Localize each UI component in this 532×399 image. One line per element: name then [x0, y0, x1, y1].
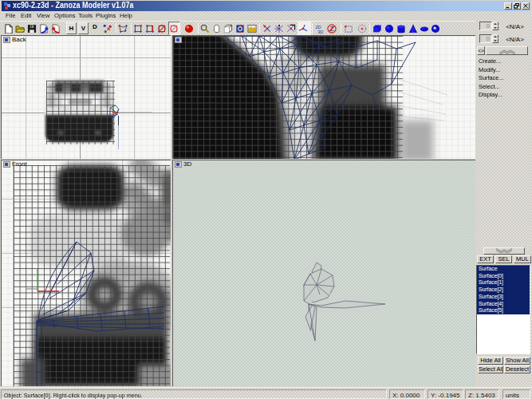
svg-text:3D: 3D — [317, 29, 323, 33]
